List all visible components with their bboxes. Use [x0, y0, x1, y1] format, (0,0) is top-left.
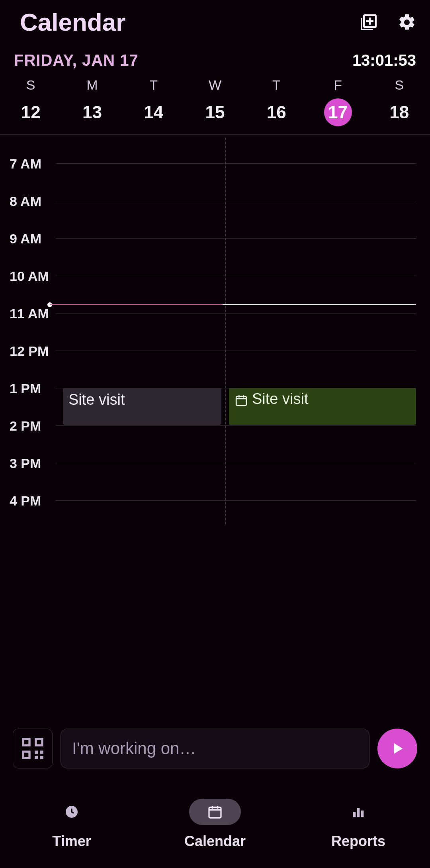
svg-rect-15 [357, 808, 360, 817]
add-collection-icon [359, 13, 378, 32]
bottom-nav: Timer Calendar Reports [0, 780, 430, 868]
current-date-label: FRIDAY, JAN 17 [14, 51, 139, 69]
app-title: Calendar [20, 8, 358, 36]
nav-icon-wrap [189, 799, 241, 825]
hour-label: 4 PM [0, 493, 56, 509]
current-time-indicator [50, 304, 416, 305]
svg-rect-10 [37, 740, 41, 745]
hour-row: 3 PM [0, 463, 430, 478]
nav-reports[interactable]: Reports [287, 780, 430, 868]
calendar-icon [235, 394, 248, 407]
nav-icon-wrap [46, 799, 98, 825]
hour-label: 11 AM [0, 306, 56, 321]
quick-entry-bar: I'm working on… [13, 729, 417, 768]
elapsed-segment [50, 304, 223, 305]
clock-display: 13:01:53 [352, 51, 416, 69]
app-header: Calendar [0, 0, 430, 40]
hour-row: 7 AM [0, 163, 430, 179]
task-description-input[interactable]: I'm working on… [61, 729, 369, 768]
bar-chart-icon [350, 804, 366, 820]
gear-icon [397, 13, 416, 32]
hour-label: 7 AM [0, 156, 56, 172]
svg-rect-1 [236, 396, 246, 406]
hour-line [56, 313, 416, 313]
day-number: 18 [385, 98, 413, 126]
day-number: 17 [324, 98, 352, 126]
nav-calendar[interactable]: Calendar [143, 780, 287, 868]
event-title: Site visit [252, 391, 308, 407]
hour-row: 9 AM [0, 238, 430, 254]
hour-line [56, 163, 416, 164]
dow-label: F [334, 77, 342, 93]
dow-label: T [272, 77, 281, 93]
week-strip: S 12 M 13 T 14 W 15 T 16 F 17 S 18 [0, 73, 430, 135]
event-shared-site-visit[interactable]: Site visit [229, 388, 416, 425]
nav-icon-wrap [332, 799, 384, 825]
start-timer-button[interactable] [377, 729, 417, 768]
day-col-sat[interactable]: S 18 [369, 73, 430, 126]
svg-rect-11 [24, 753, 29, 757]
hour-line [56, 201, 416, 201]
hour-row: 4 PM [0, 500, 430, 516]
day-col-thu[interactable]: T 16 [246, 73, 307, 126]
hour-label: 12 PM [0, 343, 56, 359]
day-col-tue[interactable]: T 14 [123, 73, 184, 126]
svg-rect-16 [361, 811, 364, 817]
hour-line [56, 463, 416, 463]
day-timeline[interactable]: 7 AM 8 AM 9 AM 10 AM 11 AM 12 PM 1 PM 2 … [0, 138, 430, 524]
hour-label: 10 AM [0, 268, 56, 284]
play-icon [389, 741, 405, 756]
hour-row: 11 AM [0, 313, 430, 329]
hour-label: 2 PM [0, 418, 56, 434]
nav-timer[interactable]: Timer [0, 780, 143, 868]
nav-label: Reports [331, 833, 385, 850]
dow-label: T [149, 77, 158, 93]
hour-row: 12 PM [0, 351, 430, 366]
hour-line [56, 351, 416, 351]
day-number: 14 [140, 98, 168, 126]
svg-rect-9 [24, 740, 29, 745]
dow-label: S [395, 77, 404, 93]
day-col-sun[interactable]: S 12 [0, 73, 61, 126]
svg-rect-13 [209, 807, 221, 818]
settings-button[interactable] [396, 11, 418, 33]
calendar-icon [207, 804, 223, 820]
input-placeholder: I'm working on… [72, 739, 196, 758]
hour-label: 1 PM [0, 381, 56, 396]
hour-row: 2 PM [0, 425, 430, 441]
qr-scan-button[interactable] [13, 729, 53, 768]
hour-line [56, 238, 416, 239]
event-title: Site visit [68, 391, 125, 408]
day-number: 12 [17, 98, 45, 126]
hour-line [56, 276, 416, 276]
clock-icon [64, 804, 80, 820]
hour-line [56, 425, 416, 426]
qr-icon [20, 736, 45, 761]
day-col-mon[interactable]: M 13 [61, 73, 123, 126]
nav-label: Timer [52, 833, 91, 850]
day-number: 16 [262, 98, 290, 126]
add-to-collection-button[interactable] [358, 11, 380, 33]
svg-rect-5 [35, 750, 38, 754]
day-col-wed[interactable]: W 15 [184, 73, 246, 126]
svg-rect-6 [40, 750, 43, 754]
dow-label: M [86, 77, 98, 93]
day-number: 13 [78, 98, 106, 126]
event-local-site-visit[interactable]: Site visit [63, 388, 221, 425]
date-header: FRIDAY, JAN 17 13:01:53 [0, 40, 430, 73]
svg-rect-8 [40, 756, 43, 759]
hour-label: 9 AM [0, 231, 56, 247]
hour-row: 8 AM [0, 201, 430, 216]
hour-line [56, 500, 416, 501]
svg-rect-7 [35, 756, 38, 759]
hour-label: 3 PM [0, 456, 56, 471]
dow-label: S [26, 77, 35, 93]
day-number: 15 [201, 98, 229, 126]
dow-label: W [209, 77, 221, 93]
hour-label: 8 AM [0, 194, 56, 209]
day-col-fri[interactable]: F 17 [307, 73, 368, 126]
hour-row: 10 AM [0, 276, 430, 291]
svg-rect-14 [353, 812, 356, 817]
nav-label: Calendar [184, 833, 246, 850]
header-actions [358, 11, 418, 33]
